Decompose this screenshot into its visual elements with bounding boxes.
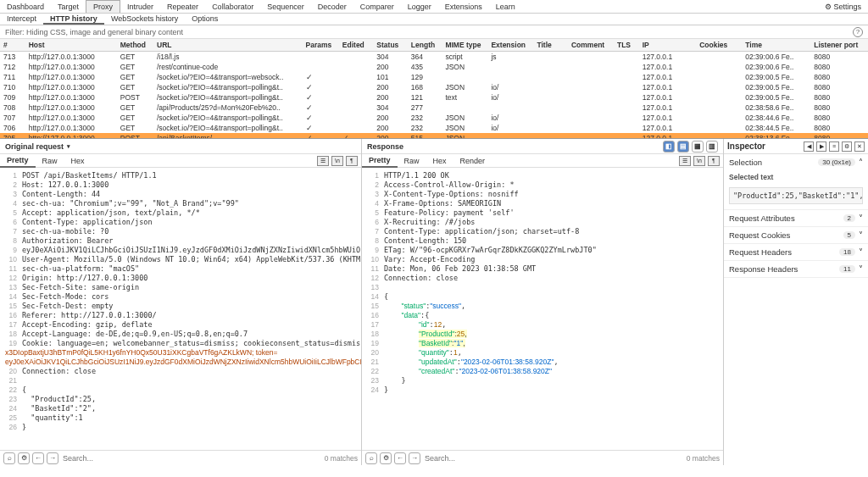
sub-tab-options[interactable]: Options bbox=[185, 14, 225, 25]
response-matches: 0 matches bbox=[687, 454, 720, 463]
info-icon[interactable]: ? bbox=[853, 27, 863, 37]
prev-icon[interactable]: ← bbox=[394, 452, 406, 464]
inspector-panel: Inspector ◀ ▶ ≡ ⚙ ✕ Selection 30 (0x1e) … bbox=[724, 139, 868, 465]
col-params[interactable]: Params bbox=[303, 39, 339, 52]
col-length[interactable]: Length bbox=[408, 39, 442, 52]
actions-icon[interactable]: ¶ bbox=[708, 156, 720, 166]
col-status[interactable]: Status bbox=[373, 39, 408, 52]
top-tab-target[interactable]: Target bbox=[51, 1, 86, 13]
top-tab-proxy[interactable]: Proxy bbox=[86, 0, 120, 13]
sub-tab-intercept[interactable]: Intercept bbox=[0, 14, 43, 25]
sub-tab-http-history[interactable]: HTTP history bbox=[43, 14, 104, 25]
layout-grid-icon[interactable]: ▥ bbox=[706, 141, 718, 153]
col-extension[interactable]: Extension bbox=[487, 39, 533, 52]
top-tab-collaborator[interactable]: Collaborator bbox=[205, 1, 260, 13]
inspector-selection[interactable]: Selection 30 (0x1e) ˄ bbox=[724, 154, 868, 170]
close-icon[interactable]: ✕ bbox=[854, 141, 865, 152]
search-icon[interactable]: ⌕ bbox=[365, 452, 377, 464]
table-row[interactable]: 712http://127.0.0.1:3000GET/rest/continu… bbox=[0, 62, 868, 72]
request-title: Original request bbox=[5, 142, 64, 151]
col-tls[interactable]: TLS bbox=[614, 39, 639, 52]
col-url[interactable]: URL bbox=[153, 39, 303, 52]
response-search-input[interactable] bbox=[423, 452, 684, 464]
col-time[interactable]: Time bbox=[742, 39, 810, 52]
search-icon[interactable]: ⌕ bbox=[3, 452, 15, 464]
panel-tab-raw[interactable]: Raw bbox=[398, 155, 426, 167]
table-row[interactable]: 709http://127.0.0.1:3000POST/socket.io/?… bbox=[0, 92, 868, 103]
next-icon[interactable]: → bbox=[47, 452, 58, 464]
panel-tab-hex[interactable]: Hex bbox=[64, 155, 92, 167]
gear-icon[interactable]: ⚙ bbox=[842, 141, 852, 152]
col-host[interactable]: Host bbox=[25, 39, 117, 52]
col-cookies[interactable]: Cookies bbox=[696, 39, 742, 52]
table-row[interactable]: 707http://127.0.0.1:3000GET/socket.io/?E… bbox=[0, 113, 868, 123]
layout-side-icon[interactable]: ◧ bbox=[663, 141, 675, 153]
layout-stack-icon[interactable]: ▤ bbox=[677, 141, 689, 153]
top-tab-learn[interactable]: Learn bbox=[489, 1, 522, 13]
next-icon[interactable]: → bbox=[409, 452, 420, 464]
request-panel: Original request ▾ PrettyRawHex ☰ \n ¶ 1… bbox=[0, 139, 362, 465]
view-mode-b[interactable]: \n bbox=[331, 156, 343, 166]
top-tabs: DashboardTargetProxyIntruderRepeaterColl… bbox=[0, 0, 868, 14]
top-tab-logger[interactable]: Logger bbox=[401, 1, 438, 13]
top-tab-extensions[interactable]: Extensions bbox=[438, 1, 489, 13]
panel-tab-render[interactable]: Render bbox=[453, 155, 492, 167]
request-matches: 0 matches bbox=[325, 454, 358, 463]
panel-tab-hex[interactable]: Hex bbox=[426, 155, 453, 167]
sub-tab-websockets-history[interactable]: WebSockets history bbox=[104, 14, 185, 25]
view-mode-a[interactable]: ☰ bbox=[679, 156, 691, 166]
collapse-right-icon[interactable]: ▶ bbox=[816, 141, 826, 152]
response-editor[interactable]: 1HTTP/1.1 200 OK 2Access-Control-Allow-O… bbox=[362, 168, 723, 450]
top-tab-comparer[interactable]: Comparer bbox=[353, 1, 401, 13]
panel-tab-pretty[interactable]: Pretty bbox=[0, 154, 36, 168]
response-title: Response bbox=[367, 142, 403, 151]
top-tab-decoder[interactable]: Decoder bbox=[311, 1, 353, 13]
panel-tab-pretty[interactable]: Pretty bbox=[362, 154, 398, 168]
filter-bar[interactable]: Filter: Hiding CSS, image and general bi… bbox=[0, 25, 868, 39]
panel-tab-raw[interactable]: Raw bbox=[36, 155, 64, 167]
inspector-section[interactable]: Response Headers11˅ bbox=[724, 261, 868, 277]
top-tab-repeater[interactable]: Repeater bbox=[160, 1, 205, 13]
selected-text-label: Selected text bbox=[724, 170, 868, 184]
filter-text: Filter: Hiding CSS, image and general bi… bbox=[5, 28, 183, 36]
inspector-title: Inspector bbox=[727, 141, 801, 151]
settings-icon[interactable]: ⚙ bbox=[380, 452, 392, 464]
prev-icon[interactable]: ← bbox=[32, 452, 44, 464]
sub-tabs: InterceptHTTP historyWebSockets historyO… bbox=[0, 14, 868, 25]
col-title[interactable]: Title bbox=[533, 39, 568, 52]
settings-icon[interactable]: ⚙ bbox=[18, 452, 30, 464]
col-edited[interactable]: Edited bbox=[339, 39, 374, 52]
collapse-left-icon[interactable]: ◀ bbox=[804, 141, 814, 152]
settings-button[interactable]: ⚙ Settings bbox=[818, 1, 868, 13]
top-tab-dashboard[interactable]: Dashboard bbox=[0, 1, 51, 13]
view-mode-a[interactable]: ☰ bbox=[317, 156, 329, 166]
col-mimetype[interactable]: MIME type bbox=[442, 39, 487, 52]
table-row[interactable]: 713http://127.0.0.1:3000GET/i18/l.js3043… bbox=[0, 52, 868, 63]
chevron-up-icon: ˄ bbox=[859, 158, 863, 167]
chevron-down-icon[interactable]: ▾ bbox=[67, 143, 70, 150]
selected-text-value: "ProductId":25,"BasketId":"1", bbox=[729, 187, 863, 204]
inspector-section[interactable]: Request Headers18˅ bbox=[724, 244, 868, 260]
col-ip[interactable]: IP bbox=[639, 39, 697, 52]
inspector-section[interactable]: Request Cookies5˅ bbox=[724, 227, 868, 243]
view-mode-b[interactable]: \n bbox=[693, 156, 705, 166]
top-tab-sequencer[interactable]: Sequencer bbox=[260, 1, 311, 13]
col-comment[interactable]: Comment bbox=[568, 39, 614, 52]
actions-icon[interactable]: ¶ bbox=[346, 156, 358, 166]
layout-tab-icon[interactable]: ▦ bbox=[692, 141, 704, 153]
inspector-section[interactable]: Request Attributes2˅ bbox=[724, 210, 868, 226]
table-row[interactable]: 706http://127.0.0.1:3000GET/socket.io/?E… bbox=[0, 123, 868, 133]
table-row[interactable]: 705http://127.0.0.1:3000POST/api/BasketI… bbox=[0, 133, 868, 139]
request-editor[interactable]: 1POST /api/BasketItems/ HTTP/1.1 2Host: … bbox=[0, 168, 361, 450]
filter-icon[interactable]: ≡ bbox=[829, 141, 839, 152]
request-search-input[interactable] bbox=[61, 452, 322, 464]
col-listenerport[interactable]: Listener port bbox=[810, 39, 868, 52]
http-history-table: #HostMethodURLParamsEditedStatusLengthMI… bbox=[0, 39, 868, 139]
col-[interactable]: # bbox=[0, 39, 25, 52]
table-row[interactable]: 708http://127.0.0.1:3000GET/api/Products… bbox=[0, 103, 868, 113]
response-panel: Response ◧ ▤ ▦ ▥ PrettyRawHexRender ☰ \n… bbox=[362, 139, 724, 465]
table-row[interactable]: 711http://127.0.0.1:3000GET/socket.io/?E… bbox=[0, 72, 868, 82]
top-tab-intruder[interactable]: Intruder bbox=[120, 1, 160, 13]
table-row[interactable]: 710http://127.0.0.1:3000GET/socket.io/?E… bbox=[0, 82, 868, 92]
col-method[interactable]: Method bbox=[117, 39, 153, 52]
